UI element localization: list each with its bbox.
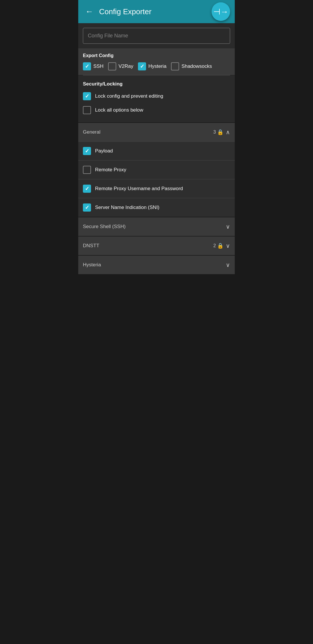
dnstt-section-header[interactable]: DNSTT 2 🔒 ∨ (78, 237, 235, 255)
lock-config-checkbox[interactable] (83, 92, 91, 100)
dnstt-section: DNSTT 2 🔒 ∨ (78, 237, 235, 255)
page-title: Config Exporter (99, 7, 230, 16)
lock-config-label: Lock config and prevent editing (95, 93, 163, 99)
export-ssh-label: SSH (93, 63, 103, 69)
remote-proxy-item[interactable]: Remote Proxy (78, 160, 235, 179)
general-chevron-up-icon: ∧ (226, 129, 230, 136)
lock-all-label: Lock all options below (95, 107, 143, 113)
dnstt-section-title: DNSTT (83, 243, 99, 249)
dnstt-chevron-down-icon: ∨ (226, 242, 230, 249)
app-header: ← Config Exporter ⊣→ (78, 0, 235, 23)
remote-proxy-label: Remote Proxy (95, 167, 126, 173)
dnstt-lock-count: 2 (213, 243, 216, 248)
general-lock-icon: 🔒 (217, 129, 223, 135)
export-v2ray-checkbox[interactable] (108, 62, 116, 70)
lock-all-option[interactable]: Lock all options below (83, 106, 230, 114)
hysteria-section: Hysteria ∨ (78, 256, 235, 274)
ssh-section-right: ∨ (226, 223, 230, 230)
export-config-options: SSH V2Ray Hysteria Shadowsocks (83, 62, 230, 70)
ssh-section-header[interactable]: Secure Shell (SSH) ∨ (78, 217, 235, 236)
security-title: Security/Locking (83, 81, 230, 87)
export-ssh-checkbox[interactable] (83, 62, 91, 70)
export-shadowsocks-checkbox[interactable] (171, 62, 179, 70)
security-section: Security/Locking Lock config and prevent… (78, 75, 235, 122)
remote-proxy-auth-label: Remote Proxy Username and Password (95, 186, 183, 192)
sni-checkbox[interactable] (83, 203, 91, 212)
general-lock-count: 3 (213, 130, 216, 135)
payload-checkbox[interactable] (83, 147, 91, 155)
general-section: General 3 🔒 ∧ Payload Remote Proxy Remot… (78, 123, 235, 217)
remote-proxy-auth-item[interactable]: Remote Proxy Username and Password (78, 179, 235, 198)
config-name-input[interactable] (83, 28, 230, 44)
lock-config-option[interactable]: Lock config and prevent editing (83, 92, 230, 100)
hysteria-section-title: Hysteria (83, 262, 101, 268)
export-v2ray-item[interactable]: V2Ray (108, 62, 133, 70)
ssh-chevron-down-icon: ∨ (226, 223, 230, 230)
remote-proxy-checkbox[interactable] (83, 166, 91, 174)
payload-item[interactable]: Payload (78, 141, 235, 160)
back-icon: ← (85, 7, 93, 16)
hysteria-chevron-down-icon: ∨ (226, 261, 230, 268)
general-section-header[interactable]: General 3 🔒 ∧ (78, 123, 235, 141)
export-icon: ⊣→ (213, 7, 228, 17)
dnstt-lock-badge: 2 🔒 (213, 243, 223, 249)
general-section-right: 3 🔒 ∧ (213, 129, 230, 136)
export-config-section: Export Config SSH V2Ray Hysteria Shadows… (78, 48, 235, 75)
sni-item[interactable]: Server Name Indication (SNI) (78, 198, 235, 217)
hysteria-section-right: ∨ (226, 261, 230, 268)
ssh-section: Secure Shell (SSH) ∨ (78, 217, 235, 236)
dnstt-section-right: 2 🔒 ∨ (213, 242, 230, 249)
dnstt-lock-icon: 🔒 (217, 243, 223, 249)
config-name-section (78, 23, 235, 48)
general-items-list: Payload Remote Proxy Remote Proxy Userna… (78, 141, 235, 217)
sni-label: Server Name Indication (SNI) (95, 205, 159, 210)
export-fab-button[interactable]: ⊣→ (212, 2, 230, 21)
payload-label: Payload (95, 148, 113, 154)
general-section-title: General (83, 129, 100, 135)
lock-all-checkbox[interactable] (83, 106, 91, 114)
export-hysteria-item[interactable]: Hysteria (138, 62, 166, 70)
export-hysteria-label: Hysteria (148, 63, 166, 69)
export-config-title: Export Config (83, 53, 230, 58)
back-button[interactable]: ← (83, 6, 96, 17)
export-shadowsocks-item[interactable]: Shadowsocks (171, 62, 212, 70)
ssh-section-title: Secure Shell (SSH) (83, 224, 125, 230)
export-ssh-item[interactable]: SSH (83, 62, 103, 70)
export-v2ray-label: V2Ray (119, 63, 133, 69)
remote-proxy-auth-checkbox[interactable] (83, 185, 91, 193)
hysteria-section-header[interactable]: Hysteria ∨ (78, 256, 235, 274)
export-shadowsocks-label: Shadowsocks (181, 63, 212, 69)
general-lock-badge: 3 🔒 (213, 129, 223, 135)
export-hysteria-checkbox[interactable] (138, 62, 146, 70)
